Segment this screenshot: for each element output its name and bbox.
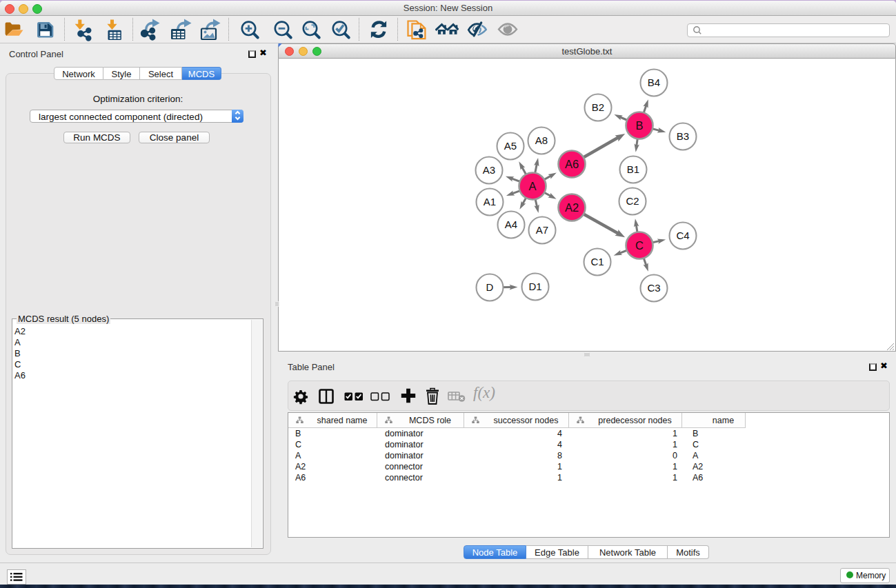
svg-text:B2: B2 [592,101,604,113]
svg-text:C: C [635,239,644,252]
svg-text:A5: A5 [504,140,517,152]
svg-text:A: A [528,180,536,192]
svg-text:B: B [635,119,643,132]
svg-text:A8: A8 [535,134,548,146]
svg-text:B4: B4 [648,77,660,88]
svg-text:D1: D1 [528,281,541,292]
svg-text:A6: A6 [565,158,579,170]
svg-text:A7: A7 [536,224,548,236]
svg-text:A4: A4 [505,219,517,230]
svg-text:A2: A2 [565,201,579,214]
svg-text:A3: A3 [483,164,495,176]
svg-text:D: D [486,281,494,293]
svg-text:C2: C2 [626,195,639,207]
svg-text:C1: C1 [590,256,604,267]
svg-text:C4: C4 [676,230,689,241]
svg-text:A1: A1 [484,196,496,207]
svg-text:B1: B1 [627,163,639,175]
svg-text:B3: B3 [677,130,689,142]
svg-text:C3: C3 [647,282,660,294]
